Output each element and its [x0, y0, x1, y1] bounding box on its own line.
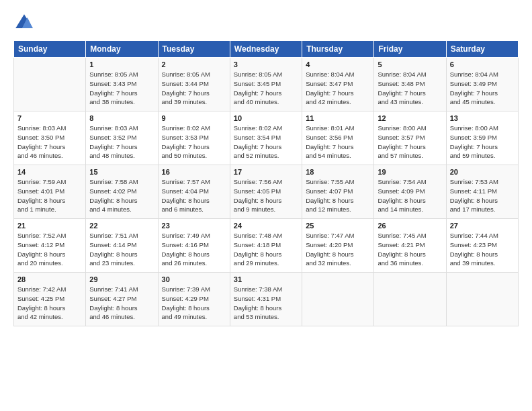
- cell-info: Sunrise: 7:58 AMSunset: 4:02 PMDaylight:…: [89, 177, 154, 214]
- cell-info: Sunrise: 8:05 AMSunset: 3:44 PMDaylight:…: [162, 70, 226, 107]
- calendar-cell: 13Sunrise: 8:00 AMSunset: 3:59 PMDayligh…: [446, 111, 518, 165]
- day-number: 24: [234, 222, 298, 230]
- week-row-4: 21Sunrise: 7:52 AMSunset: 4:12 PMDayligh…: [14, 219, 519, 273]
- header-saturday: Saturday: [446, 41, 518, 58]
- day-number: 14: [17, 168, 82, 176]
- calendar-cell: [374, 273, 446, 326]
- cell-info: Sunrise: 8:04 AMSunset: 3:47 PMDaylight:…: [306, 70, 370, 107]
- calendar-cell: [14, 58, 86, 111]
- logo-icon: [13, 12, 35, 34]
- day-number: 15: [89, 168, 154, 176]
- cell-info: Sunrise: 7:44 AMSunset: 4:23 PMDaylight:…: [450, 231, 515, 268]
- cell-info: Sunrise: 7:45 AMSunset: 4:21 PMDaylight:…: [378, 231, 442, 268]
- calendar-cell: 7Sunrise: 8:03 AMSunset: 3:50 PMDaylight…: [14, 111, 86, 165]
- calendar-cell: 11Sunrise: 8:01 AMSunset: 3:56 PMDayligh…: [302, 111, 374, 165]
- calendar-cell: 14Sunrise: 7:59 AMSunset: 4:01 PMDayligh…: [14, 165, 86, 219]
- calendar-cell: 6Sunrise: 8:04 AMSunset: 3:49 PMDaylight…: [446, 58, 518, 111]
- cell-info: Sunrise: 8:03 AMSunset: 3:50 PMDaylight:…: [17, 124, 82, 161]
- calendar-cell: 25Sunrise: 7:47 AMSunset: 4:20 PMDayligh…: [302, 219, 374, 273]
- day-number: 7: [17, 114, 82, 122]
- calendar-cell: 17Sunrise: 7:56 AMSunset: 4:05 PMDayligh…: [230, 165, 302, 219]
- calendar-cell: 3Sunrise: 8:05 AMSunset: 3:45 PMDaylight…: [230, 58, 302, 111]
- cell-info: Sunrise: 7:52 AMSunset: 4:12 PMDaylight:…: [17, 231, 82, 268]
- day-number: 8: [89, 114, 154, 122]
- day-number: 10: [234, 114, 298, 122]
- calendar-cell: 2Sunrise: 8:05 AMSunset: 3:44 PMDaylight…: [158, 58, 230, 111]
- day-number: 22: [89, 222, 154, 230]
- day-number: 29: [89, 275, 154, 283]
- day-number: 31: [234, 275, 298, 283]
- day-number: 1: [89, 60, 154, 68]
- logo: [13, 12, 38, 34]
- header-sunday: Sunday: [14, 41, 86, 58]
- day-number: 30: [162, 275, 226, 283]
- calendar-cell: 19Sunrise: 7:54 AMSunset: 4:09 PMDayligh…: [374, 165, 446, 219]
- cell-info: Sunrise: 7:48 AMSunset: 4:18 PMDaylight:…: [234, 231, 298, 268]
- calendar-cell: 21Sunrise: 7:52 AMSunset: 4:12 PMDayligh…: [14, 219, 86, 273]
- cell-info: Sunrise: 8:00 AMSunset: 3:59 PMDaylight:…: [450, 124, 515, 161]
- calendar-table: SundayMondayTuesdayWednesdayThursdayFrid…: [13, 40, 519, 326]
- day-number: 6: [450, 60, 515, 68]
- calendar-cell: 10Sunrise: 8:02 AMSunset: 3:54 PMDayligh…: [230, 111, 302, 165]
- cell-info: Sunrise: 7:55 AMSunset: 4:07 PMDaylight:…: [306, 177, 370, 214]
- calendar-cell: 18Sunrise: 7:55 AMSunset: 4:07 PMDayligh…: [302, 165, 374, 219]
- cell-info: Sunrise: 7:39 AMSunset: 4:29 PMDaylight:…: [162, 285, 226, 322]
- cell-info: Sunrise: 8:04 AMSunset: 3:49 PMDaylight:…: [450, 70, 515, 107]
- calendar-cell: 23Sunrise: 7:49 AMSunset: 4:16 PMDayligh…: [158, 219, 230, 273]
- day-number: 18: [306, 168, 370, 176]
- day-number: 25: [306, 222, 370, 230]
- cell-info: Sunrise: 7:41 AMSunset: 4:27 PMDaylight:…: [89, 285, 154, 322]
- header-thursday: Thursday: [302, 41, 374, 58]
- calendar-cell: 12Sunrise: 8:00 AMSunset: 3:57 PMDayligh…: [374, 111, 446, 165]
- day-number: 11: [306, 114, 370, 122]
- calendar-cell: 15Sunrise: 7:58 AMSunset: 4:02 PMDayligh…: [86, 165, 158, 219]
- header-monday: Monday: [86, 41, 158, 58]
- cell-info: Sunrise: 7:47 AMSunset: 4:20 PMDaylight:…: [306, 231, 370, 268]
- header: [13, 12, 519, 34]
- cell-info: Sunrise: 7:59 AMSunset: 4:01 PMDaylight:…: [17, 177, 82, 214]
- calendar-cell: 30Sunrise: 7:39 AMSunset: 4:29 PMDayligh…: [158, 273, 230, 326]
- day-number: 21: [17, 222, 82, 230]
- week-row-2: 7Sunrise: 8:03 AMSunset: 3:50 PMDaylight…: [14, 111, 519, 165]
- cell-info: Sunrise: 8:05 AMSunset: 3:43 PMDaylight:…: [89, 70, 154, 107]
- cell-info: Sunrise: 7:38 AMSunset: 4:31 PMDaylight:…: [234, 285, 298, 322]
- calendar-cell: 16Sunrise: 7:57 AMSunset: 4:04 PMDayligh…: [158, 165, 230, 219]
- calendar-cell: 26Sunrise: 7:45 AMSunset: 4:21 PMDayligh…: [374, 219, 446, 273]
- cell-info: Sunrise: 8:01 AMSunset: 3:56 PMDaylight:…: [306, 124, 370, 161]
- header-friday: Friday: [374, 41, 446, 58]
- day-number: 23: [162, 222, 226, 230]
- header-wednesday: Wednesday: [230, 41, 302, 58]
- calendar-cell: [302, 273, 374, 326]
- cell-info: Sunrise: 8:02 AMSunset: 3:54 PMDaylight:…: [234, 124, 298, 161]
- calendar-cell: 9Sunrise: 8:02 AMSunset: 3:53 PMDaylight…: [158, 111, 230, 165]
- calendar-cell: [446, 273, 518, 326]
- cell-info: Sunrise: 7:53 AMSunset: 4:11 PMDaylight:…: [450, 177, 515, 214]
- cell-info: Sunrise: 7:51 AMSunset: 4:14 PMDaylight:…: [89, 231, 154, 268]
- calendar-cell: 27Sunrise: 7:44 AMSunset: 4:23 PMDayligh…: [446, 219, 518, 273]
- cell-info: Sunrise: 7:49 AMSunset: 4:16 PMDaylight:…: [162, 231, 226, 268]
- week-row-3: 14Sunrise: 7:59 AMSunset: 4:01 PMDayligh…: [14, 165, 519, 219]
- day-number: 27: [450, 222, 515, 230]
- day-number: 4: [306, 60, 370, 68]
- cell-info: Sunrise: 8:04 AMSunset: 3:48 PMDaylight:…: [378, 70, 442, 107]
- cell-info: Sunrise: 7:56 AMSunset: 4:05 PMDaylight:…: [234, 177, 298, 214]
- page: SundayMondayTuesdayWednesdayThursdayFrid…: [0, 0, 532, 411]
- day-number: 19: [378, 168, 442, 176]
- calendar-cell: 8Sunrise: 8:03 AMSunset: 3:52 PMDaylight…: [86, 111, 158, 165]
- cell-info: Sunrise: 7:54 AMSunset: 4:09 PMDaylight:…: [378, 177, 442, 214]
- day-number: 5: [378, 60, 442, 68]
- cell-info: Sunrise: 7:42 AMSunset: 4:25 PMDaylight:…: [17, 285, 82, 322]
- day-number: 13: [450, 114, 515, 122]
- cell-info: Sunrise: 8:03 AMSunset: 3:52 PMDaylight:…: [89, 124, 154, 161]
- cell-info: Sunrise: 8:05 AMSunset: 3:45 PMDaylight:…: [234, 70, 298, 107]
- day-number: 26: [378, 222, 442, 230]
- calendar-cell: 24Sunrise: 7:48 AMSunset: 4:18 PMDayligh…: [230, 219, 302, 273]
- day-number: 20: [450, 168, 515, 176]
- day-number: 28: [17, 275, 82, 283]
- calendar-cell: 1Sunrise: 8:05 AMSunset: 3:43 PMDaylight…: [86, 58, 158, 111]
- cell-info: Sunrise: 8:00 AMSunset: 3:57 PMDaylight:…: [378, 124, 442, 161]
- calendar-cell: 31Sunrise: 7:38 AMSunset: 4:31 PMDayligh…: [230, 273, 302, 326]
- day-number: 9: [162, 114, 226, 122]
- calendar-header-row: SundayMondayTuesdayWednesdayThursdayFrid…: [14, 41, 519, 58]
- calendar-cell: 28Sunrise: 7:42 AMSunset: 4:25 PMDayligh…: [14, 273, 86, 326]
